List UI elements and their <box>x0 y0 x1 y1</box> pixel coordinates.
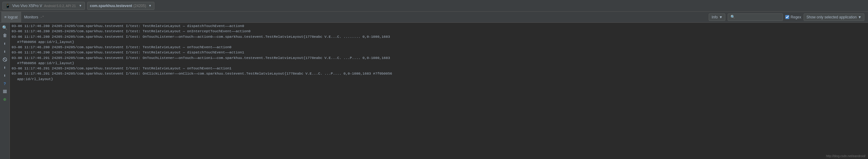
logcat-label: logcat <box>8 15 18 19</box>
regex-label: Regex <box>790 15 801 19</box>
show-only-label: Show only selected application <box>806 15 857 19</box>
monitors-label: Monitors <box>24 15 38 19</box>
app-pid: (24205) <box>133 4 146 8</box>
show-only-arrow: ▼ <box>858 15 862 19</box>
search-box: 🔍 <box>728 14 783 21</box>
log-content[interactable]: 03-06 11:17:46.280 24205-24205/com.spark… <box>10 23 868 159</box>
svg-line-1 <box>4 58 6 61</box>
logcat-tab[interactable]: ≡ logcat <box>1 12 21 22</box>
filter-controls: Info ▼ 🔍 Regex Show only selected applic… <box>709 14 864 21</box>
app-selector[interactable]: com.sparkhuu.testevent (24205) ▼ <box>87 2 154 10</box>
log-line: 03-06 11:17:46.291 24205-24205/com.spark… <box>11 66 867 71</box>
show-only-button[interactable]: Show only selected application ▼ <box>804 14 864 21</box>
log-line: 03-06 11:17:46.280 24205-24205/com.spark… <box>11 29 867 34</box>
log-line: 03-06 11:17:46.280 24205-24205/com.spark… <box>11 34 867 39</box>
log-line: 03-06 11:17:46.280 24205-24205/com.spark… <box>11 23 867 29</box>
device-icon: 📱 <box>5 3 10 8</box>
menu-btn[interactable] <box>1 88 8 95</box>
level-label: Info <box>712 15 718 19</box>
scroll-up-btn[interactable]: ⬆ <box>1 40 8 47</box>
device-name: Vivo Vivo X5Pro V <box>12 4 42 8</box>
clear-btn[interactable]: 🗑 <box>1 32 8 39</box>
log-line: 03-06 11:17:46.290 24205-24205/com.spark… <box>11 50 867 55</box>
app-name: com.sparkhuu.testevent <box>90 4 132 8</box>
bottom-url: http://blog.csdn.net/eandroid/ <box>826 154 866 158</box>
log-line: #7f0b0056 app:id/rl_layout} <box>11 39 867 45</box>
top-bar: 📱 Vivo Vivo X5Pro V Android 5.0.2, API 2… <box>0 0 868 12</box>
stop-btn[interactable] <box>1 56 8 63</box>
add-btn[interactable]: ⊕ <box>1 96 8 103</box>
device-selector[interactable]: 📱 Vivo Vivo X5Pro V Android 5.0.2, API 2… <box>2 2 85 10</box>
monitors-arrow: →* <box>39 15 44 19</box>
monitors-tab[interactable]: Monitors →* <box>21 12 47 22</box>
left-toolbar: 🔍 🗑 ⬆ ⬇ ⬆ ⬇ ? ⊕ <box>0 23 10 159</box>
level-dropdown[interactable]: Info ▼ <box>709 14 725 21</box>
regex-checkbox[interactable] <box>785 15 789 19</box>
move-up-btn[interactable]: ⬆ <box>1 64 8 71</box>
search-icon: 🔍 <box>731 15 735 19</box>
device-dropdown-arrow[interactable]: ▼ <box>79 4 82 7</box>
regex-check: Regex <box>785 15 801 19</box>
svg-rect-4 <box>3 92 7 93</box>
search-btn[interactable]: 🔍 <box>1 24 8 31</box>
log-line: 03-06 11:17:46.291 24205-24205/com.spark… <box>11 55 867 60</box>
log-line: app:id/rl_layout} <box>11 76 867 82</box>
move-down-btn[interactable]: ⬇ <box>1 72 8 79</box>
search-input[interactable] <box>736 15 779 19</box>
second-bar: ≡ logcat Monitors →* Info ▼ 🔍 Regex Show… <box>0 12 868 23</box>
app-dropdown-arrow[interactable]: ▼ <box>149 4 152 7</box>
log-line: 03-06 11:17:46.280 24205-24205/com.spark… <box>11 45 867 50</box>
main-area: 🔍 🗑 ⬆ ⬇ ⬆ ⬇ ? ⊕ 03-06 11:17:46.280 24205… <box>0 23 868 159</box>
svg-rect-2 <box>3 90 7 90</box>
logcat-icon: ≡ <box>4 15 7 19</box>
log-line: #7f0b0056 app:id/rl_layout} <box>11 60 867 66</box>
scroll-down-btn[interactable]: ⬇ <box>1 48 8 55</box>
level-arrow: ▼ <box>719 15 722 19</box>
help-btn[interactable]: ? <box>1 80 8 87</box>
svg-rect-3 <box>3 91 7 92</box>
log-line: 03-06 11:17:46.291 24205-24205/com.spark… <box>11 71 867 76</box>
device-api: Android 5.0.2, API 21 <box>44 4 76 8</box>
